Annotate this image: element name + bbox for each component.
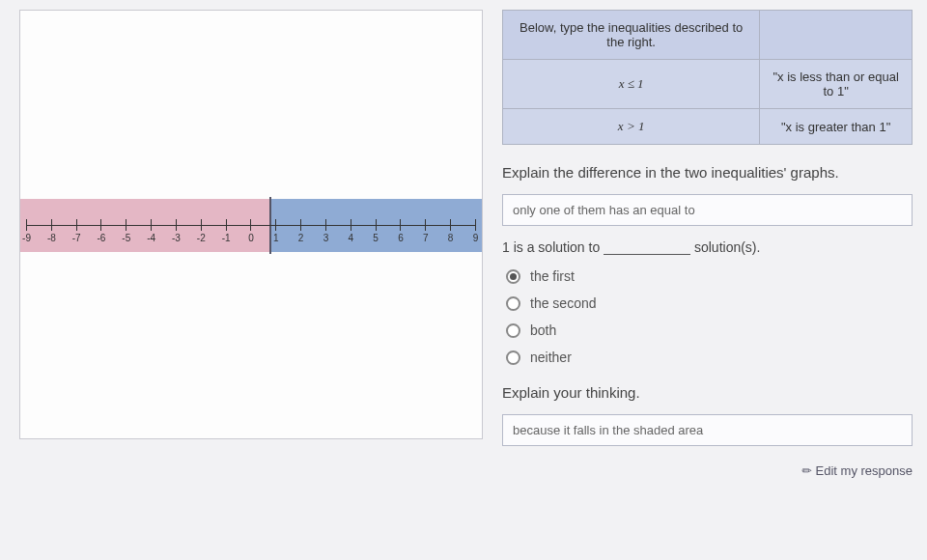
radio-option[interactable]: neither — [506, 350, 913, 365]
radio-option[interactable]: both — [506, 322, 913, 338]
description-cell: "x is less than or equal to 1" — [760, 60, 913, 109]
radio-icon — [506, 350, 520, 365]
radio-option[interactable]: the second — [506, 295, 913, 311]
radio-icon — [506, 269, 520, 284]
axis-tick-label: 9 — [473, 233, 479, 243]
axis-tick: 2 — [300, 219, 301, 231]
explain-thinking-input[interactable]: because it falls in the shaded area — [502, 414, 913, 446]
axis-tick: -5 — [126, 219, 126, 231]
table-row: x ≤ 1 "x is less than or equal to 1" — [503, 60, 913, 109]
table-row: x > 1 "x is greater than 1" — [503, 109, 913, 145]
axis-tick: -4 — [151, 219, 152, 231]
axis-tick: 3 — [325, 219, 326, 231]
axis-tick-label: 5 — [373, 233, 379, 243]
edit-response-link[interactable]: ✎ Edit my response — [502, 463, 913, 478]
radio-group: the firstthe secondbothneither — [502, 268, 913, 365]
axis-tick: -8 — [51, 219, 52, 231]
axis-tick: 8 — [450, 219, 451, 231]
fill-prefix: 1 is a solution to — [502, 239, 604, 255]
axis-tick: 4 — [351, 219, 351, 231]
axis-tick-label: 3 — [323, 233, 329, 243]
radio-label: the second — [530, 295, 597, 311]
axis-tick-label: 4 — [348, 233, 353, 243]
description-cell: "x is greater than 1" — [760, 109, 913, 145]
radio-label: the first — [530, 268, 575, 284]
radio-icon — [506, 296, 520, 311]
axis-tick: -2 — [201, 219, 202, 231]
axis-tick: -7 — [76, 219, 77, 231]
inequality-cell[interactable]: x > 1 — [503, 109, 760, 145]
explain-thinking-prompt: Explain your thinking. — [502, 384, 913, 401]
fill-suffix: solution(s). — [690, 239, 760, 255]
axis-tick-label: 8 — [448, 233, 454, 243]
edit-response-label: Edit my response — [816, 463, 913, 478]
radio-label: both — [530, 322, 556, 338]
axis-tick-label: -4 — [147, 233, 155, 243]
inequality-table: Below, type the inequalities described t… — [502, 10, 913, 145]
axis-tick: 5 — [376, 219, 377, 231]
number-line: -9-8-7-6-5-4-3-2-10123456789 — [20, 199, 482, 257]
axis-ticks: -9-8-7-6-5-4-3-2-10123456789 — [26, 219, 476, 231]
radio-option[interactable]: the first — [506, 268, 913, 284]
table-header-empty — [760, 11, 913, 60]
pencil-icon: ✎ — [799, 463, 815, 480]
axis-tick: 7 — [425, 219, 426, 231]
axis-tick-label: -6 — [98, 233, 106, 243]
axis-tick: -3 — [176, 219, 177, 231]
left-panel: -9-8-7-6-5-4-3-2-10123456789 — [0, 0, 483, 560]
axis-tick-label: 0 — [248, 233, 254, 243]
explain-difference-prompt: Explain the difference in the two inequa… — [502, 164, 913, 181]
axis-tick-label: -5 — [122, 233, 130, 243]
axis-tick-label: 1 — [273, 233, 279, 243]
axis-tick: -9 — [26, 219, 27, 231]
axis-tick: -1 — [226, 219, 227, 231]
axis-tick: 9 — [475, 219, 476, 231]
axis-tick: -6 — [100, 219, 101, 231]
axis-tick-label: -3 — [172, 233, 181, 243]
axis-tick-label: -8 — [47, 233, 56, 243]
axis-tick: 6 — [400, 219, 401, 231]
number-line-graph: -9-8-7-6-5-4-3-2-10123456789 — [19, 10, 483, 439]
axis-tick-label: -9 — [22, 233, 31, 243]
radio-label: neither — [530, 350, 572, 365]
axis-tick-label: 7 — [423, 233, 429, 243]
axis-tick-label: 2 — [298, 233, 304, 243]
axis-tick-label: -1 — [222, 233, 231, 243]
table-header: Below, type the inequalities described t… — [503, 11, 760, 60]
blank-line — [604, 241, 690, 255]
axis-tick: 1 — [275, 219, 276, 231]
axis-tick: 0 — [250, 219, 251, 231]
radio-icon — [506, 323, 520, 338]
fill-blank-prompt: 1 is a solution to solution(s). — [502, 239, 913, 255]
axis-tick-label: -2 — [197, 233, 206, 243]
explain-difference-input[interactable]: only one of them has an equal to — [502, 194, 913, 226]
inequality-cell[interactable]: x ≤ 1 — [503, 60, 760, 109]
axis-tick-label: -7 — [72, 233, 81, 243]
right-panel: Below, type the inequalities described t… — [483, 0, 927, 560]
axis-tick-label: 6 — [398, 233, 404, 243]
